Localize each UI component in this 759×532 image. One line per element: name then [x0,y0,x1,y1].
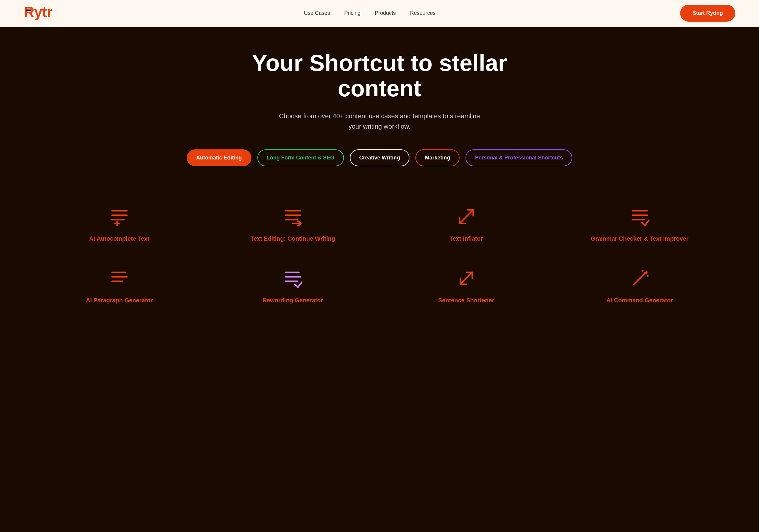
tab-marketing[interactable]: Marketing [416,149,459,166]
lines-check-icon [628,205,652,229]
tab-creative-writing[interactable]: Creative Writing [350,149,410,166]
svg-line-21 [460,272,472,284]
navbar: Rytr Use Cases Pricing Products Resource… [0,0,759,27]
lines-check2-icon [281,266,305,290]
svg-line-11 [459,210,473,223]
item-sentence-shortener[interactable]: Sentence Shortener [382,260,550,310]
tab-personal-professional[interactable]: Personal & Professional Shortcuts [465,149,572,166]
item-label-rewording: Rewording Generator [262,296,323,304]
lines-plus-icon [108,205,131,229]
item-grammar-checker[interactable]: Grammar Checker & Text Improver [556,199,723,249]
hero-subtitle: Choose from over 40+ content use cases a… [279,111,480,132]
item-label-ai-paragraph: AI Paragraph Generator [86,296,153,304]
svg-text:Rytr: Rytr [24,4,53,20]
item-text-editing-continue[interactable]: Text Editing: Continue Writing [209,199,377,249]
hero-title: Your Shortcut to stellar content [246,50,513,101]
lines-arrow-icon [281,205,305,229]
nav-pricing[interactable]: Pricing [344,10,361,16]
item-label-sentence-shortener: Sentence Shortener [438,296,494,304]
nav-products[interactable]: Products [375,10,396,16]
item-label-grammar-checker: Grammar Checker & Text Improver [591,234,689,243]
arrows-expand-icon [455,205,478,229]
item-label-ai-command-generator: AI Command Generator [606,296,673,304]
svg-line-22 [634,274,644,284]
item-label-ai-autocomplete: AI Autocomplete Text [89,234,149,243]
items-grid: AI Autocomplete Text Text Editing: Conti… [36,199,723,310]
nav-use-cases[interactable]: Use Cases [304,10,330,16]
item-ai-autocomplete[interactable]: AI Autocomplete Text [36,199,203,249]
logo-text: Rytr [24,4,59,23]
arrows-diagonal-icon [455,266,478,290]
nav-links: Use Cases Pricing Products Resources [304,10,436,16]
item-ai-command-generator[interactable]: AI Command Generator [556,260,723,310]
tab-automatic-editing[interactable]: Automatic Editing [187,149,252,166]
hero-section: Your Shortcut to stellar content Choose … [0,27,759,199]
filter-tabs: Automatic Editing Long Form Content & SE… [12,149,747,166]
logo[interactable]: Rytr [24,4,59,23]
svg-rect-1 [26,10,31,11]
start-ryting-button[interactable]: Start Ryting [680,5,735,21]
lines-left-icon [108,266,131,290]
nav-resources[interactable]: Resources [410,10,436,16]
item-label-text-editing: Text Editing: Continue Writing [251,234,335,243]
content-section: AI Autocomplete Text Text Editing: Conti… [0,199,759,334]
item-ai-paragraph[interactable]: AI Paragraph Generator [36,260,203,310]
item-rewording-generator[interactable]: Rewording Generator [209,260,377,310]
tab-long-form-seo[interactable]: Long Form Content & SEO [257,149,344,166]
item-text-inflator[interactable]: Text Inflator [382,199,550,249]
wand-icon [628,266,652,290]
item-label-text-inflator: Text Inflator [450,234,483,243]
